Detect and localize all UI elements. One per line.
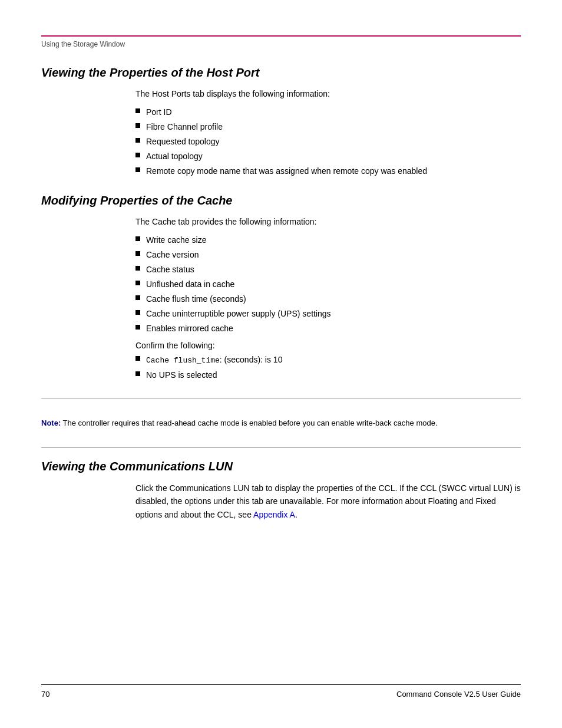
appendix-a-link[interactable]: Appendix A xyxy=(253,510,295,519)
bullet-icon xyxy=(135,325,140,330)
bullet-icon xyxy=(135,295,140,300)
mono-text: Cache flush_time xyxy=(146,356,220,365)
bullet-icon xyxy=(135,138,140,143)
page: Using the Storage Window Viewing the Pro… xyxy=(0,0,562,728)
bullet-icon xyxy=(135,356,140,361)
page-number: 70 xyxy=(41,690,49,699)
note-box: Note: The controller requires that read-… xyxy=(41,410,521,436)
section-comm-lun: Viewing the Communications LUN Click the… xyxy=(41,460,521,521)
comm-lun-heading: Viewing the Communications LUN xyxy=(41,460,521,473)
comm-lun-text: Click the Communications LUN tab to disp… xyxy=(135,482,521,521)
host-port-intro: The Host Ports tab displays the followin… xyxy=(135,88,521,100)
bullet-icon xyxy=(135,266,140,271)
list-item: Actual topology xyxy=(135,150,521,163)
bullet-icon xyxy=(135,310,140,315)
divider-top xyxy=(41,398,521,398)
list-item: Fibre Channel profile xyxy=(135,121,521,133)
section-host-port: Viewing the Properties of the Host Port … xyxy=(41,66,521,177)
top-rule xyxy=(41,35,521,37)
bullet-icon xyxy=(135,236,140,241)
bullet-icon xyxy=(135,108,140,113)
host-port-heading: Viewing the Properties of the Host Port xyxy=(41,66,521,80)
list-item: Cache flush_time: (seconds): is 10 xyxy=(135,354,521,367)
list-item: Enables mirrored cache xyxy=(135,322,521,335)
list-item: Unflushed data in cache xyxy=(135,278,521,291)
bullet-icon xyxy=(135,251,140,256)
divider-bottom xyxy=(41,447,521,448)
list-item: Cache version xyxy=(135,249,521,261)
host-port-list: Port ID Fibre Channel profile Requested … xyxy=(135,106,521,177)
note-label: Note: xyxy=(41,419,61,427)
list-item: Remote copy mode name that was assigned … xyxy=(135,165,521,177)
bullet-icon xyxy=(135,281,140,285)
list-item: No UPS is selected xyxy=(135,369,521,381)
list-item: Port ID xyxy=(135,106,521,118)
list-item: Cache status xyxy=(135,263,521,276)
bullet-icon xyxy=(135,167,140,172)
confirm-label: Confirm the following: xyxy=(135,341,521,350)
note-text: Note: The controller requires that read-… xyxy=(41,417,521,429)
guide-title: Command Console V2.5 User Guide xyxy=(396,690,521,699)
cache-intro: The Cache tab provides the following inf… xyxy=(135,216,521,228)
bullet-icon xyxy=(135,153,140,157)
page-footer: 70 Command Console V2.5 User Guide xyxy=(41,684,521,699)
confirm-list: Cache flush_time: (seconds): is 10 No UP… xyxy=(135,354,521,381)
list-item: Requested topology xyxy=(135,136,521,148)
list-item: Write cache size xyxy=(135,234,521,246)
cache-heading: Modifying Properties of the Cache xyxy=(41,194,521,207)
section-cache: Modifying Properties of the Cache The Ca… xyxy=(41,194,521,381)
list-item: Cache flush time (seconds) xyxy=(135,293,521,305)
list-item: Cache uninterruptible power supply (UPS)… xyxy=(135,308,521,320)
cache-list: Write cache size Cache version Cache sta… xyxy=(135,234,521,335)
breadcrumb: Using the Storage Window xyxy=(41,40,521,48)
bullet-icon xyxy=(135,371,140,376)
bullet-icon xyxy=(135,123,140,128)
